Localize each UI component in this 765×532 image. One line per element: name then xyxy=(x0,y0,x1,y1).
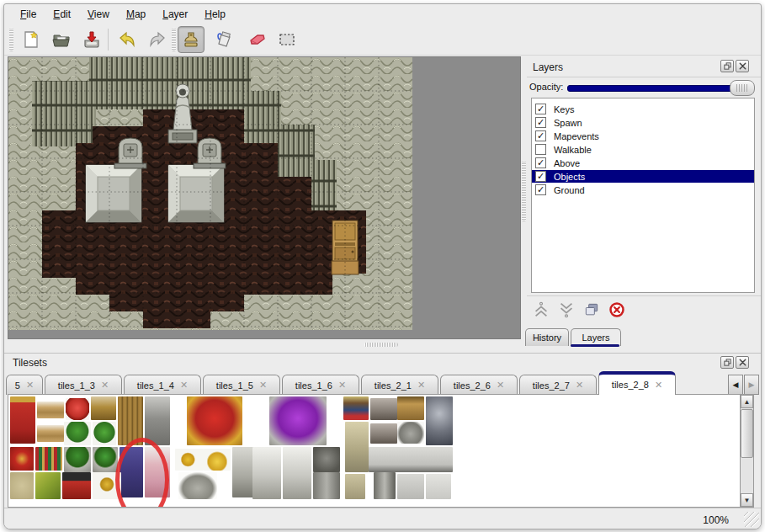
tile-barrel-pedestal[interactable] xyxy=(313,472,340,499)
tile-armor-suit[interactable] xyxy=(426,396,453,445)
tilesets-panel-float-button[interactable] xyxy=(720,356,734,369)
tab-scroll-left-button[interactable]: ◀ xyxy=(728,375,743,395)
layer-visibility-checkbox[interactable]: ✓ xyxy=(535,117,546,128)
tab-close-icon[interactable]: ✕ xyxy=(497,380,504,391)
tileset-content[interactable] xyxy=(8,394,741,508)
menu-item-layer[interactable]: Layer xyxy=(155,6,195,23)
tile-palm-plant[interactable] xyxy=(64,422,91,445)
map-canvas[interactable] xyxy=(8,56,521,339)
tile-stone-block-ledge[interactable] xyxy=(369,447,453,472)
menu-item-view[interactable]: View xyxy=(80,6,117,23)
layer-row-keys[interactable]: ✓Keys xyxy=(532,103,754,115)
tileset-tab-5[interactable]: 5✕ xyxy=(6,375,43,395)
toolbar-drag-handle[interactable] xyxy=(9,28,13,51)
fill-tool-button[interactable] xyxy=(211,26,238,53)
delete-layer-button[interactable] xyxy=(607,301,627,319)
tile-gold-key[interactable] xyxy=(175,449,204,471)
select-tool-button[interactable] xyxy=(274,26,300,53)
splitter-grip[interactable] xyxy=(364,343,398,347)
layer-row-above[interactable]: ✓Above xyxy=(532,157,754,169)
eraser-tool-button[interactable] xyxy=(243,26,270,53)
tile-bookshelf[interactable] xyxy=(35,447,62,471)
layer-visibility-checkbox[interactable] xyxy=(535,144,546,155)
tile-king-portrait[interactable] xyxy=(343,396,369,420)
tile-potted-plant[interactable] xyxy=(93,447,118,472)
tileset-tab-tiles_2_1[interactable]: tiles_2_1✕ xyxy=(361,375,438,395)
layer-row-walkable[interactable]: Walkable xyxy=(532,143,754,156)
layer-row-spawn[interactable]: ✓Spawn xyxy=(532,116,754,129)
tile-stone-block-2[interactable] xyxy=(397,474,424,499)
tilesets-panel-close-button[interactable] xyxy=(736,356,749,369)
tab-close-icon[interactable]: ✕ xyxy=(338,380,346,391)
tab-close-icon[interactable]: ✕ xyxy=(180,380,188,391)
layer-visibility-checkbox[interactable]: ✓ xyxy=(535,130,546,141)
window-resize-grip[interactable] xyxy=(744,512,759,527)
tile-gold-red-throne[interactable] xyxy=(187,396,242,445)
opacity-slider-track[interactable] xyxy=(567,85,746,92)
tileset-tab-tiles_2_6[interactable]: tiles_2_6✕ xyxy=(440,375,518,395)
move-layer-up-button[interactable] xyxy=(531,301,551,319)
tile-armor-rubble[interactable] xyxy=(397,422,424,444)
opacity-slider-handle[interactable] xyxy=(730,80,755,96)
open-folder-button[interactable] xyxy=(48,26,75,53)
tile-stone-gate[interactable] xyxy=(145,396,170,445)
tile-gargoyle-statue[interactable] xyxy=(313,447,340,472)
tile-stone-pillar[interactable] xyxy=(374,472,396,499)
tile-purple-throne[interactable] xyxy=(269,396,327,445)
tile-gray-shelf[interactable] xyxy=(370,398,397,420)
tile-wooden-crate[interactable] xyxy=(397,396,424,420)
new-file-button[interactable] xyxy=(18,26,45,53)
layer-visibility-checkbox[interactable]: ✓ xyxy=(535,104,546,114)
menu-item-map[interactable]: Map xyxy=(119,6,153,23)
tileset-tab-tiles_1_6[interactable]: tiles_1_6✕ xyxy=(282,375,359,395)
undo-button[interactable] xyxy=(114,26,141,53)
redo-button[interactable] xyxy=(144,26,171,53)
tileset-tab-tiles_1_5[interactable]: tiles_1_5✕ xyxy=(203,375,280,395)
tile-green-flag[interactable] xyxy=(35,472,61,499)
tab-close-icon[interactable]: ✕ xyxy=(259,380,267,391)
layer-visibility-checkbox[interactable]: ✓ xyxy=(535,157,546,168)
tile-gold-coins[interactable] xyxy=(204,449,231,471)
tab-close-icon[interactable]: ✕ xyxy=(576,380,583,391)
tile-emblem-banner[interactable] xyxy=(10,447,34,471)
layer-row-ground[interactable]: ✓Ground xyxy=(532,184,754,196)
tile-leafy-plant[interactable] xyxy=(93,422,116,445)
stamp-tool-button[interactable] xyxy=(178,26,205,53)
tile-obelisk-small[interactable] xyxy=(345,474,365,499)
layers-panel-float-button[interactable] xyxy=(720,60,734,72)
save-import-button[interactable] xyxy=(78,26,105,53)
layer-visibility-checkbox[interactable]: ✓ xyxy=(535,184,546,195)
dock-tab-layers[interactable]: Layers xyxy=(571,328,621,346)
scroll-up-button[interactable]: ▲ xyxy=(741,395,753,408)
tile-parchment[interactable] xyxy=(10,472,34,499)
layer-row-mapevents[interactable]: ✓Mapevents xyxy=(532,130,754,142)
tile-gray-shelf-2[interactable] xyxy=(370,423,397,444)
tile-red-stool[interactable] xyxy=(62,472,91,499)
tile-red-banner[interactable] xyxy=(10,396,35,444)
tile-red-pouf[interactable] xyxy=(66,398,89,420)
tile-rock-pile[interactable] xyxy=(178,472,217,499)
tile-wooden-loom[interactable] xyxy=(37,402,64,418)
tileset-tab-tiles_2_8[interactable]: tiles_2_8✕ xyxy=(598,371,676,395)
tileset-scrollbar[interactable]: ▲ ▼ xyxy=(740,394,754,508)
tile-mirror-dresser[interactable] xyxy=(91,396,116,420)
tileset-tab-tiles_1_4[interactable]: tiles_1_4✕ xyxy=(124,375,201,395)
vertical-splitter[interactable] xyxy=(521,56,527,339)
dock-tab-history[interactable]: History xyxy=(525,328,569,346)
menu-item-file[interactable]: File xyxy=(13,6,44,23)
horizontal-splitter[interactable] xyxy=(4,339,524,351)
layers-panel-close-button[interactable] xyxy=(736,60,749,72)
menu-item-help[interactable]: Help xyxy=(197,6,233,23)
tileset-tab-tiles_2_7[interactable]: tiles_2_7✕ xyxy=(519,375,597,395)
menu-item-edit[interactable]: Edit xyxy=(45,6,78,23)
duplicate-layer-button[interactable] xyxy=(582,301,602,319)
splitter-grip[interactable] xyxy=(522,161,526,221)
scroll-down-button[interactable]: ▼ xyxy=(741,493,753,507)
layer-list[interactable]: ✓Keys✓Spawn✓MapeventsWalkable✓Above✓Obje… xyxy=(531,98,755,293)
tab-close-icon[interactable]: ✕ xyxy=(655,380,662,391)
tile-obelisk-monument[interactable] xyxy=(345,422,369,472)
tile-wooden-loom-2[interactable] xyxy=(37,425,64,442)
tab-close-icon[interactable]: ✕ xyxy=(417,380,425,391)
tab-close-icon[interactable]: ✕ xyxy=(101,380,109,391)
toolbar-drag-handle[interactable] xyxy=(172,28,176,51)
